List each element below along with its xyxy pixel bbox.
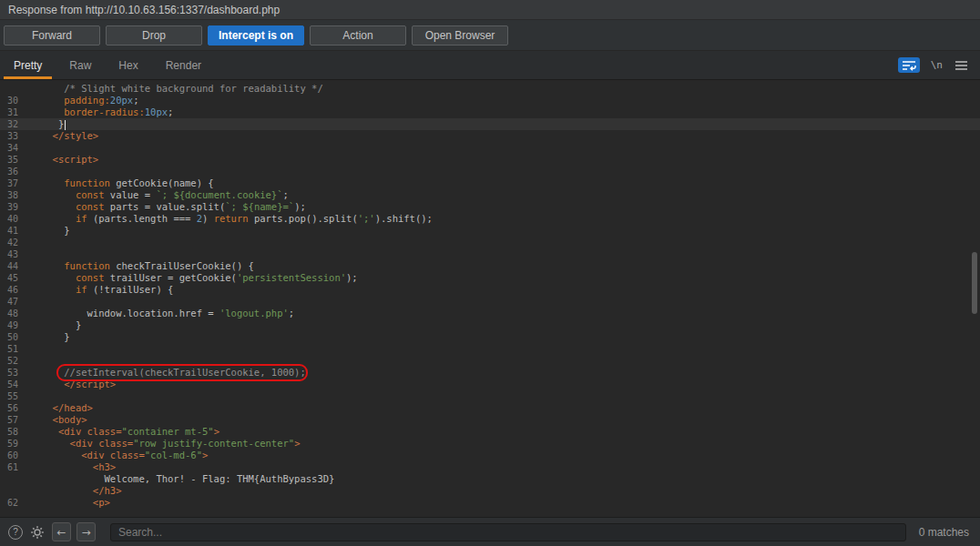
- code-line: 54 </script>: [0, 379, 980, 390]
- line-number: 41: [0, 225, 18, 237]
- forward-button[interactable]: Forward: [4, 25, 100, 46]
- code-line: 50 }: [0, 331, 980, 343]
- line-number: 57: [0, 414, 18, 426]
- code-line: 58 <div class="container mt-5">: [0, 426, 980, 438]
- line-number: 60: [0, 450, 18, 461]
- prev-match-button[interactable]: ←: [52, 522, 71, 541]
- line-number: 53: [0, 367, 18, 379]
- line-number: 55: [0, 390, 18, 402]
- code-line: 56 </head>: [0, 402, 980, 414]
- line-number: 54: [0, 379, 18, 390]
- code-line: 35 <script>: [0, 154, 980, 166]
- code-line: 43: [0, 248, 980, 260]
- line-number: 30: [0, 95, 18, 106]
- line-number: 48: [0, 308, 18, 319]
- line-number: 33: [0, 130, 18, 142]
- code-line: 40 if (parts.length === 2) return parts.…: [0, 213, 980, 225]
- code-line: </h3>: [0, 485, 980, 497]
- view-tabbar: Pretty Raw Hex Render \n: [0, 51, 980, 80]
- code-line: 36: [0, 166, 980, 177]
- text-caret: [65, 120, 66, 130]
- code-line: 46 if (!trailUser) {: [0, 284, 980, 296]
- line-number: 32: [0, 118, 18, 130]
- code-line: 57 <body>: [0, 414, 980, 426]
- code-line: 59 <div class="row justify-content-cente…: [0, 438, 980, 450]
- line-number: 45: [0, 272, 18, 284]
- menu-icon[interactable]: [954, 59, 969, 72]
- line-number: 38: [0, 189, 18, 201]
- line-number: 52: [0, 355, 18, 367]
- line-number: 37: [0, 177, 18, 189]
- search-input[interactable]: [110, 523, 906, 541]
- code-line: 45 const trailUser = getCookie('persiste…: [0, 272, 980, 284]
- code-line: /* Slight white background for readabili…: [0, 83, 980, 95]
- line-number: 42: [0, 237, 18, 248]
- window-title: Response from http://10.10.63.156:1337/d…: [8, 4, 280, 16]
- line-number: 56: [0, 402, 18, 414]
- line-number: 39: [0, 201, 18, 213]
- line-number: 40: [0, 213, 18, 225]
- tab-pretty[interactable]: Pretty: [0, 51, 56, 79]
- line-number: 46: [0, 284, 18, 296]
- code-line: 39 const parts = value.split(`; ${name}=…: [0, 201, 980, 213]
- line-number: 62: [0, 497, 18, 509]
- line-number: 59: [0, 438, 18, 450]
- drop-button[interactable]: Drop: [106, 25, 202, 46]
- code-line: 33 </style>: [0, 130, 980, 142]
- newline-toggle-icon[interactable]: \n: [931, 59, 943, 71]
- code-editor[interactable]: /* Slight white background for readabili…: [0, 80, 980, 517]
- line-number: 36: [0, 166, 18, 177]
- wrap-toggle-icon[interactable]: [898, 57, 920, 73]
- editor-options: \n: [898, 57, 969, 73]
- code-line: 52: [0, 355, 980, 367]
- code-line: 55: [0, 390, 980, 402]
- line-number: 35: [0, 154, 18, 166]
- match-count: 0 matches: [919, 526, 969, 539]
- action-button[interactable]: Action: [310, 25, 406, 46]
- line-number: 34: [0, 142, 18, 154]
- intercept-toggle-button[interactable]: Intercept is on: [208, 25, 304, 46]
- next-match-button[interactable]: →: [77, 522, 96, 541]
- code-line: 51: [0, 343, 980, 355]
- line-number: 50: [0, 331, 18, 343]
- code-line: 42: [0, 237, 980, 248]
- line-number: 44: [0, 260, 18, 272]
- code-line: 30 padding:20px;: [0, 95, 980, 106]
- code-line: 44 function checkTrailUserCookie() {: [0, 260, 980, 272]
- tab-render[interactable]: Render: [152, 51, 215, 79]
- code-line: 62 <p>: [0, 497, 980, 509]
- code-line: 31 border-radius:10px;: [0, 106, 980, 118]
- line-number: [0, 83, 18, 95]
- code-line: 47: [0, 296, 980, 308]
- code-line: 38 const value = `; ${document.cookie}`;: [0, 189, 980, 201]
- line-number: 43: [0, 248, 18, 260]
- search-bar: ? ← → 0 matches: [0, 517, 980, 546]
- code-line: 32 }: [0, 118, 980, 130]
- code-line: 61 <h3>: [0, 461, 980, 473]
- code-line: 41 }: [0, 225, 980, 237]
- line-number: 31: [0, 106, 18, 118]
- scrollbar-thumb[interactable]: [972, 252, 977, 314]
- line-number: [0, 485, 18, 497]
- line-number: 58: [0, 426, 18, 438]
- titlebar: Response from http://10.10.63.156:1337/d…: [0, 0, 980, 20]
- code-line: 37 function getCookie(name) {: [0, 177, 980, 189]
- tab-raw[interactable]: Raw: [56, 51, 105, 79]
- line-number: [0, 473, 18, 485]
- code-line: 48 window.location.href = 'logout.php';: [0, 308, 980, 319]
- intercept-toolbar: Forward Drop Intercept is on Action Open…: [0, 20, 980, 51]
- code-line: 60 <div class="col-md-6">: [0, 450, 980, 461]
- code-line: 49 }: [0, 319, 980, 331]
- settings-gear-icon[interactable]: [30, 525, 45, 540]
- tab-hex[interactable]: Hex: [105, 51, 151, 79]
- code-line: Welcome, Thor! - Flag: THM{AuthBypass3D}: [0, 473, 980, 485]
- open-browser-button[interactable]: Open Browser: [412, 25, 508, 46]
- code-line: 34: [0, 142, 980, 154]
- line-number: 47: [0, 296, 18, 308]
- code-lines: /* Slight white background for readabili…: [0, 80, 980, 509]
- line-number: 61: [0, 461, 18, 473]
- help-icon[interactable]: ?: [8, 525, 23, 540]
- code-line: 53 //setInterval(checkTrailUserCookie, 1…: [0, 367, 980, 379]
- line-number: 49: [0, 319, 18, 331]
- line-number: 51: [0, 343, 18, 355]
